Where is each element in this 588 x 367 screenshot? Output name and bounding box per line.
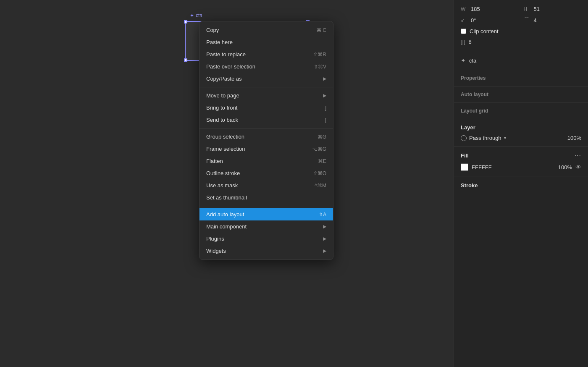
menu-item-send-to-back-shortcut: [ [325,117,326,123]
rotation-value[interactable]: 0° [471,17,496,24]
menu-item-use-as-mask-shortcut: ^⌘M [315,183,326,189]
menu-item-paste-here[interactable]: Paste here [200,36,333,48]
menu-item-add-auto-layout-shortcut: ⇧A [319,212,326,218]
menu-item-main-component[interactable]: Main component ▶ [200,220,333,233]
menu-item-group-selection[interactable]: Group selection ⌘G [200,131,333,143]
blend-mode-chevron-icon: ▾ [504,136,506,140]
clip-content-label: Clip content [470,28,499,34]
stroke-title: Stroke [461,182,478,189]
fill-row: FFFFFF 100% 👁 [461,163,581,171]
menu-item-frame-selection-label: Frame selection [206,146,245,152]
menu-item-copy-paste-as[interactable]: Copy/Paste as ▶ [200,73,333,85]
height-pair: H 51 [524,6,582,12]
divider-1 [200,87,333,87]
widgets-arrow-icon: ▶ [323,248,326,254]
plugins-arrow-icon: ▶ [323,236,326,241]
rotation-pair: ↙ 0° [461,17,519,24]
handle-bottom-left[interactable] [184,58,187,62]
rotation-row: ↙ 0° ⌒ 4 [461,16,581,24]
menu-item-group-selection-label: Group selection [206,134,244,140]
fill-color-swatch[interactable] [461,163,468,171]
menu-item-move-to-page[interactable]: Move to page ▶ [200,89,333,102]
main-component-arrow-icon: ▶ [323,224,326,229]
right-panel: W 185 H 51 ↙ 0° ⌒ 4 Clip content ]|[ 8 [454,0,588,367]
blend-mode-icon [461,135,467,141]
menu-item-bring-to-front[interactable]: Bring to front ] [200,102,333,114]
clip-content-row: Clip content [461,28,581,34]
menu-item-set-as-thumbnail[interactable]: Set as thumbnail [200,191,333,204]
menu-item-flatten[interactable]: Flatten ⌘E [200,155,333,167]
context-menu: Copy ⌘C Paste here Paste to replace ⇧⌘R … [199,21,333,260]
fill-opacity-value[interactable]: 100% [558,164,572,170]
width-label: W [461,6,467,12]
clip-content-checkbox[interactable] [461,29,466,34]
layer-row: Pass through ▾ 100% [461,135,581,141]
menu-item-set-as-thumbnail-label: Set as thumbnail [206,194,247,201]
component-name-row: ✦ cta [454,51,588,70]
layer-section: Layer Pass through ▾ 100% [454,119,588,147]
menu-item-plugins[interactable]: Plugins ▶ [200,233,333,245]
menu-item-bring-to-front-label: Bring to front [206,105,237,111]
menu-item-frame-selection[interactable]: Frame selection ⌥⌘G [200,143,333,155]
layer-title: Layer [461,124,581,131]
menu-item-main-component-label: Main component [206,223,247,230]
menu-item-use-as-mask[interactable]: Use as mask ^⌘M [200,179,333,191]
menu-item-copy-paste-as-label: Copy/Paste as [206,76,242,82]
radius-label: ⌒ [524,16,530,24]
menu-item-send-to-back[interactable]: Send to back [ [200,114,333,126]
menu-item-flatten-shortcut: ⌘E [318,158,326,164]
dimensions-section: W 185 H 51 ↙ 0° ⌒ 4 Clip content ]|[ 8 [454,0,588,51]
menu-item-add-auto-layout[interactable]: Add auto layout ⇧A [200,208,333,220]
menu-item-paste-to-replace-shortcut: ⇧⌘R [313,52,326,58]
handle-top-left[interactable] [184,20,187,24]
menu-item-move-to-page-label: Move to page [206,92,239,99]
menu-item-paste-here-label: Paste here [206,39,233,45]
fill-section: Fill ··· FFFFFF 100% 👁 [454,147,588,176]
width-pair: W 185 [461,6,519,12]
menu-item-paste-over-selection[interactable]: Paste over selection ⇧⌘V [200,60,333,73]
menu-item-copy-shortcut: ⌘C [316,27,326,33]
dimensions-row: W 185 H 51 [461,6,581,12]
menu-item-frame-selection-shortcut: ⌥⌘G [312,146,326,152]
fill-title: Fill [461,152,469,159]
menu-item-paste-over-selection-shortcut: ⇧⌘V [314,64,326,70]
menu-item-add-auto-layout-label: Add auto layout [206,211,244,218]
rotation-label: ↙ [461,17,467,23]
layout-grid-title: Layout grid [461,108,581,114]
layer-blend-mode[interactable]: Pass through ▾ [461,135,506,141]
auto-layout-section: Auto layout [454,87,588,103]
element-name: cta [196,13,202,18]
fill-hex-value[interactable]: FFFFFF [472,164,555,170]
width-value[interactable]: 185 [471,6,496,12]
fill-visibility-icon[interactable]: 👁 [575,164,581,170]
menu-item-widgets[interactable]: Widgets ▶ [200,245,333,257]
menu-item-outline-stroke[interactable]: Outline stroke ⇧⌘O [200,167,333,179]
layer-opacity-value[interactable]: 100% [567,135,581,141]
menu-item-paste-over-selection-label: Paste over selection [206,63,255,70]
auto-layout-title: Auto layout [461,92,581,97]
spacing-icon: ]|[ [461,39,465,45]
fill-header: Fill ··· [461,152,581,159]
menu-item-use-as-mask-label: Use as mask [206,182,238,189]
menu-item-send-to-back-label: Send to back [206,117,238,123]
menu-item-copy[interactable]: Copy ⌘C [200,24,333,36]
radius-value[interactable]: 4 [534,17,559,24]
component-move-icon: ✦ [461,57,466,64]
menu-item-outline-stroke-shortcut: ⇧⌘O [313,170,326,176]
spacing-value[interactable]: 8 [469,39,494,45]
menu-item-plugins-label: Plugins [206,236,224,242]
element-label: ✦ cta [190,13,202,18]
properties-section: Properties [454,70,588,87]
menu-item-flatten-label: Flatten [206,158,223,164]
menu-item-paste-to-replace-label: Paste to replace [206,51,246,58]
menu-item-copy-label: Copy [206,27,219,33]
fill-add-icon[interactable]: ··· [575,152,581,159]
layout-grid-section: Layout grid [454,103,588,119]
menu-item-paste-to-replace[interactable]: Paste to replace ⇧⌘R [200,48,333,60]
height-value[interactable]: 51 [534,6,559,12]
canvas: ✦ cta Copy ⌘C Paste here Paste to replac… [0,0,454,367]
menu-item-widgets-label: Widgets [206,248,226,254]
blend-mode-label: Pass through [469,135,501,141]
component-name-label: cta [469,58,476,64]
divider-2 [200,128,333,128]
